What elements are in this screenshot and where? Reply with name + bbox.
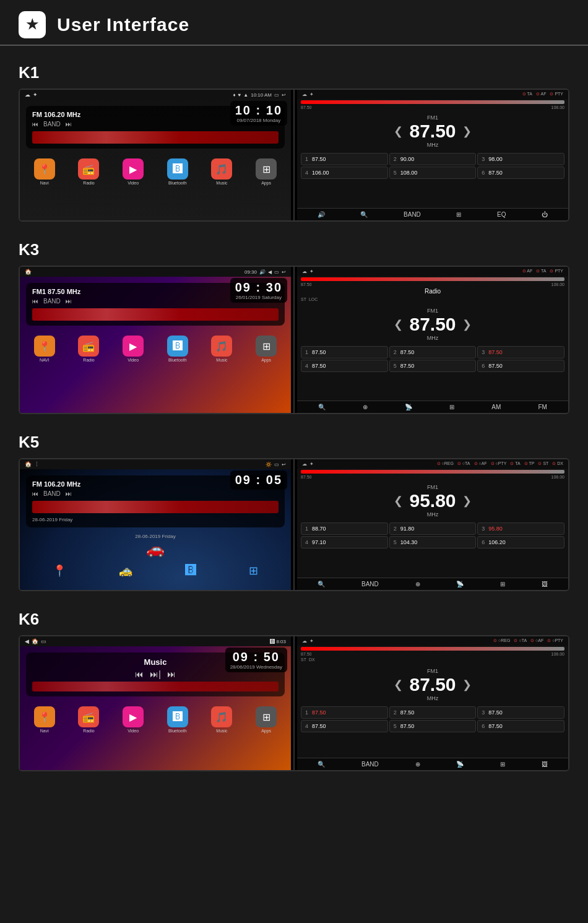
radio-control-btn[interactable]: ⏭	[66, 490, 72, 497]
radio-bottom-btn[interactable]: ⊞	[500, 581, 505, 587]
radio-option[interactable]: ⊙ ○PTY	[491, 461, 507, 467]
radio-option[interactable]: ⊙ TP	[524, 461, 535, 467]
radio-bottom-btn[interactable]: 📡	[456, 761, 464, 768]
preset-item[interactable]: 187.50	[301, 153, 388, 165]
freq-next-btn[interactable]: ❯	[462, 318, 472, 331]
radio-option[interactable]: ⊙ TA	[536, 269, 546, 274]
app-item-radio[interactable]: 📻Radio	[78, 706, 99, 733]
radio-bottom-btn[interactable]: 🔍	[360, 211, 368, 218]
app-item-music[interactable]: 🎵Music	[211, 706, 232, 733]
preset-item[interactable]: 687.50	[477, 167, 564, 179]
radio-control-btn[interactable]: ⏮	[32, 490, 38, 497]
radio-bottom-btn[interactable]: 🖼	[542, 581, 548, 587]
app-item-bluetooth[interactable]: 🅱Bluetooth	[167, 706, 188, 733]
k5-bottom-icon[interactable]: 🅱	[185, 564, 196, 578]
radio-bottom-btn[interactable]: 🖼	[542, 761, 548, 768]
radio-bottom-btn[interactable]: ⊞	[456, 211, 461, 218]
radio-control-btn[interactable]: BAND	[43, 121, 61, 128]
app-item-music[interactable]: 🎵Music	[211, 336, 232, 362]
preset-item[interactable]: 687.50	[477, 720, 564, 732]
radio-control-btn[interactable]: BAND	[43, 490, 61, 497]
preset-item[interactable]: 387.50	[477, 706, 564, 719]
radio-bottom-btn[interactable]: 📡	[405, 404, 412, 410]
preset-item[interactable]: 487.50	[301, 720, 388, 732]
radio-option[interactable]: ⊙ AF	[536, 92, 547, 97]
preset-item[interactable]: 290.00	[389, 153, 477, 165]
app-item-apps[interactable]: ⊞Apps	[256, 158, 277, 185]
preset-item[interactable]: 287.50	[389, 706, 477, 719]
radio-bottom-btn[interactable]: BAND	[361, 761, 379, 768]
radio-bottom-btn[interactable]: 🔊	[318, 211, 325, 218]
app-item-navi[interactable]: 📍NAVI	[34, 336, 55, 362]
radio-option[interactable]: ⊙ ST	[538, 461, 548, 467]
radio-bottom-btn[interactable]: 🔍	[318, 404, 326, 410]
radio-option[interactable]: ⊙ DX	[552, 461, 563, 467]
preset-item[interactable]: 4106.00	[301, 167, 388, 179]
radio-option[interactable]: ⊙ ○REG	[493, 638, 510, 644]
app-item-video[interactable]: ▶Video	[123, 336, 144, 362]
freq-prev-btn[interactable]: ❮	[394, 318, 403, 331]
radio-bottom-btn[interactable]: 📡	[456, 581, 464, 587]
app-item-video[interactable]: ▶Video	[123, 706, 144, 733]
music-control-btn[interactable]: ⏭	[167, 669, 176, 679]
radio-bottom-btn[interactable]: FM	[538, 404, 547, 410]
radio-option[interactable]: ⊙ AF	[522, 269, 533, 274]
app-item-navi[interactable]: 📍Navi	[34, 706, 55, 733]
preset-item[interactable]: 497.10	[301, 536, 388, 548]
radio-option[interactable]: ⊙ TA	[510, 461, 520, 467]
freq-next-btn[interactable]: ❯	[462, 678, 472, 691]
app-item-bluetooth[interactable]: 🅱Bluetooth	[167, 158, 188, 185]
k5-bottom-icon[interactable]: ⊞	[249, 564, 258, 578]
radio-option[interactable]: ⊙ ○TA	[457, 461, 470, 467]
radio-option[interactable]: ⊙ PTY	[550, 269, 563, 274]
preset-item[interactable]: 188.70	[301, 522, 388, 535]
preset-item[interactable]: 387.50	[477, 346, 564, 358]
preset-item[interactable]: 395.80	[477, 522, 564, 535]
app-item-video[interactable]: ▶Video	[123, 158, 144, 185]
radio-bottom-btn[interactable]: ⊞	[500, 761, 505, 768]
preset-item[interactable]: 6106.20	[477, 536, 564, 548]
app-item-radio[interactable]: 📻Radio	[78, 336, 99, 362]
preset-item[interactable]: 398.00	[477, 153, 564, 165]
app-item-navi[interactable]: 📍Navi	[34, 158, 55, 185]
radio-bottom-btn[interactable]: AM	[491, 404, 501, 410]
radio-bottom-btn[interactable]: 🔍	[318, 581, 325, 587]
radio-control-btn[interactable]: ⏮	[32, 298, 38, 305]
radio-option[interactable]: ⊙ PTY	[550, 92, 563, 97]
app-item-apps[interactable]: ⊞Apps	[256, 706, 277, 733]
preset-item[interactable]: 587.50	[389, 720, 477, 732]
freq-prev-btn[interactable]: ❮	[394, 678, 403, 691]
radio-option[interactable]: ⊙ ○TA	[514, 638, 527, 644]
k5-bottom-icon[interactable]: 🚕	[119, 564, 132, 578]
radio-bottom-btn[interactable]: 🔍	[318, 761, 325, 768]
radio-control-btn[interactable]: ⏭	[66, 121, 72, 128]
music-control-btn[interactable]: ⏮	[135, 669, 144, 679]
preset-item[interactable]: 187.50	[301, 706, 388, 719]
radio-bottom-btn[interactable]: ⏻	[542, 211, 548, 218]
app-item-bluetooth[interactable]: 🅱Bluetooth	[167, 336, 188, 362]
radio-bottom-btn[interactable]: ⊞	[449, 404, 454, 410]
radio-option[interactable]: ⊙ TA	[522, 92, 532, 97]
preset-item[interactable]: 587.50	[389, 360, 477, 372]
preset-item[interactable]: 487.50	[301, 360, 388, 372]
radio-bottom-btn[interactable]: ⊕	[363, 404, 368, 410]
freq-prev-btn[interactable]: ❮	[394, 494, 403, 508]
k5-bottom-icon[interactable]: 📍	[53, 564, 66, 578]
radio-bottom-btn[interactable]: BAND	[404, 211, 421, 218]
app-item-music[interactable]: 🎵Music	[211, 158, 232, 185]
preset-item[interactable]: 5108.00	[389, 167, 477, 179]
freq-next-btn[interactable]: ❯	[462, 494, 472, 508]
app-item-radio[interactable]: 📻Radio	[78, 158, 99, 185]
radio-option[interactable]: ⊙ ○AF	[474, 461, 487, 467]
preset-item[interactable]: 187.50	[301, 346, 388, 358]
preset-item[interactable]: 291.80	[389, 522, 477, 535]
radio-option[interactable]: ⊙ ○AF	[530, 638, 543, 644]
preset-item[interactable]: 287.50	[389, 346, 477, 358]
music-control-btn[interactable]: ⏭|	[150, 669, 161, 679]
radio-bottom-btn[interactable]: EQ	[497, 211, 506, 218]
radio-control-btn[interactable]: ⏮	[32, 121, 38, 128]
freq-prev-btn[interactable]: ❮	[394, 124, 403, 138]
radio-bottom-btn[interactable]: ⊕	[415, 761, 420, 768]
app-item-apps[interactable]: ⊞Apps	[256, 336, 277, 362]
radio-control-btn[interactable]: BAND	[43, 298, 61, 305]
